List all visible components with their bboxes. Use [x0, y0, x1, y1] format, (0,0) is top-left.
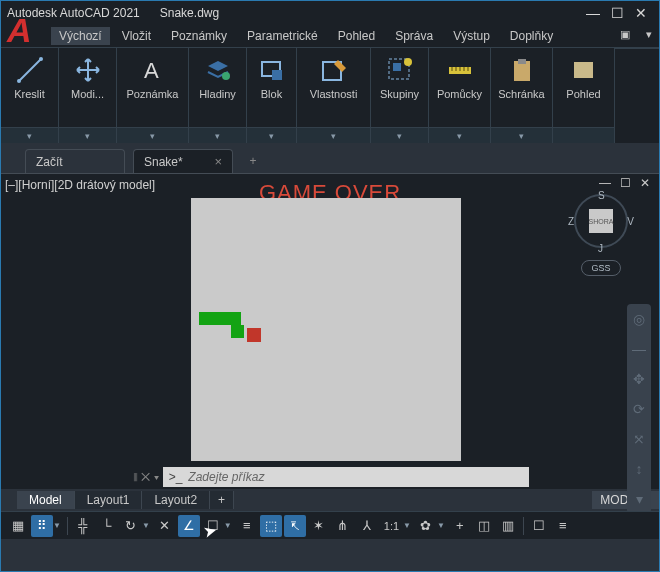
viewport-minimize[interactable]: — — [597, 176, 613, 190]
nav-wheel-icon[interactable]: ◎ — [630, 310, 648, 328]
panel-blok[interactable]: Blok ▾ — [247, 48, 297, 143]
panel-vlastnosti[interactable]: Vlastnosti ▾ — [297, 48, 371, 143]
layout-2[interactable]: Layout2 — [142, 491, 210, 509]
nav-pan-icon[interactable]: ✥ — [630, 370, 648, 388]
status-toggle[interactable]: ╬ — [72, 515, 94, 537]
separator — [67, 517, 68, 535]
status-toggle[interactable]: ▦ — [7, 515, 29, 537]
status-toggle[interactable]: ∠ — [178, 515, 200, 537]
minimize-button[interactable]: — — [581, 3, 605, 23]
clipboard-icon — [506, 54, 538, 86]
panel-label: Skupiny — [372, 88, 426, 100]
dropdown-icon[interactable]: ▼ — [403, 521, 411, 530]
doctab-snake[interactable]: Snake* × — [133, 149, 233, 173]
nav-zoom-icon[interactable]: ↕ — [630, 460, 648, 478]
status-toggle[interactable]: ⬚ — [260, 515, 282, 537]
menu-vlozit[interactable]: Vložit — [114, 27, 159, 45]
nav-look-icon[interactable]: ⤧ — [630, 430, 648, 448]
dropdown-icon[interactable]: ▼ — [224, 521, 232, 530]
menu-pohled[interactable]: Pohled — [330, 27, 383, 45]
dropdown-icon[interactable]: ▼ — [53, 521, 61, 530]
status-toggle[interactable]: ▥ — [497, 515, 519, 537]
layout-add[interactable]: + — [210, 491, 234, 509]
status-toggle[interactable]: ☐ — [202, 515, 224, 537]
doctab-start[interactable]: Začít — [25, 149, 125, 173]
status-toggle[interactable]: ✿ — [415, 515, 437, 537]
panel-dropdown[interactable] — [553, 127, 614, 143]
status-toggle[interactable]: ≡ — [552, 515, 574, 537]
panel-dropdown[interactable]: ▾ — [429, 127, 490, 143]
status-toggle[interactable]: ⠿ — [31, 515, 53, 537]
panel-dropdown[interactable]: ▾ — [1, 127, 58, 143]
panel-pomucky[interactable]: Pomůcky ▾ — [429, 48, 491, 143]
panel-skupiny[interactable]: Skupiny ▾ — [371, 48, 429, 143]
drawing-area[interactable]: [–][Horní][2D drátový model] — ☐ ✕ GAME … — [1, 173, 659, 489]
menu-sprava[interactable]: Správa — [387, 27, 441, 45]
menu-extra-1[interactable]: ▣ — [617, 28, 633, 44]
status-toggle[interactable]: ≡ — [236, 515, 258, 537]
panel-kreslit[interactable]: Kreslit ▾ — [1, 48, 59, 143]
menu-extra-2[interactable]: ▾ — [641, 28, 657, 44]
svg-point-1 — [17, 79, 21, 83]
panel-dropdown[interactable]: ▾ — [297, 127, 370, 143]
viewport-close[interactable]: ✕ — [637, 176, 653, 190]
menu-poznamky[interactable]: Poznámky — [163, 27, 235, 45]
viewcube[interactable]: SHORA S Z V J GSS — [561, 194, 641, 276]
layout-1[interactable]: Layout1 — [75, 491, 143, 509]
maximize-button[interactable]: ☐ — [605, 3, 629, 23]
viewcube-j[interactable]: J — [598, 243, 603, 254]
panel-dropdown[interactable]: ▾ — [59, 127, 116, 143]
close-button[interactable]: ✕ — [629, 3, 653, 23]
status-toggle[interactable]: ⋔ — [332, 515, 354, 537]
status-toggle[interactable]: ☐ — [528, 515, 550, 537]
menu-parametricke[interactable]: Parametrické — [239, 27, 326, 45]
svg-point-4 — [222, 72, 230, 80]
status-bar: ➤ ▦⠿▼╬└↻▼✕∠☐▼≡⬚⭶✶⋔⅄1:1▼✿▼+◫▥☐≡ — [1, 511, 659, 539]
viewcube-s[interactable]: S — [598, 190, 605, 201]
menu-doplnky[interactable]: Doplňky — [502, 27, 561, 45]
layers-icon — [202, 54, 234, 86]
status-toggle[interactable]: ◫ — [473, 515, 495, 537]
command-input[interactable]: >_ Zadejte příkaz — [163, 467, 529, 487]
dropdown-icon[interactable]: ▼ — [437, 521, 445, 530]
snake-body — [231, 325, 244, 338]
panel-dropdown[interactable]: ▾ — [491, 127, 552, 143]
status-toggle[interactable]: └ — [96, 515, 118, 537]
panel-modifikovat[interactable]: Modi... ▾ — [59, 48, 117, 143]
nav-more-icon[interactable]: ▾ — [630, 490, 648, 508]
panel-dropdown[interactable]: ▾ — [189, 127, 246, 143]
panel-dropdown[interactable]: ▾ — [371, 127, 428, 143]
panel-poznamka[interactable]: A Poznámka ▾ — [117, 48, 189, 143]
panel-pohled[interactable]: Pohled — [553, 48, 615, 143]
panel-dropdown[interactable]: ▾ — [117, 127, 188, 143]
command-prompt-icon: >_ — [169, 470, 183, 484]
status-toggle[interactable]: ✶ — [308, 515, 330, 537]
panel-label: Blok — [248, 88, 295, 100]
status-toggle[interactable]: 1:1 — [380, 515, 403, 537]
viewcube-v[interactable]: V — [627, 216, 634, 227]
status-toggle[interactable]: ⭶ — [284, 515, 306, 537]
doctab-close-icon[interactable]: × — [214, 154, 222, 169]
viewcube-z[interactable]: Z — [568, 216, 574, 227]
viewcube-face[interactable]: SHORA — [589, 209, 613, 233]
panel-hladiny[interactable]: Hladiny ▾ — [189, 48, 247, 143]
status-toggle[interactable]: + — [449, 515, 471, 537]
gss-button[interactable]: GSS — [581, 260, 621, 276]
doctab-label: Začít — [36, 155, 63, 169]
viewport-maximize[interactable]: ☐ — [617, 176, 633, 190]
command-handle[interactable]: ⦀ ✕ ▾ — [133, 470, 159, 484]
layout-model[interactable]: Model — [17, 491, 75, 509]
panel-schranka[interactable]: Schránka ▾ — [491, 48, 553, 143]
menu-vystup[interactable]: Výstup — [445, 27, 498, 45]
status-toggle[interactable]: ⅄ — [356, 515, 378, 537]
game-canvas[interactable] — [191, 198, 461, 461]
menu-vychozi[interactable]: Výchozí — [51, 27, 110, 45]
panel-dropdown[interactable]: ▾ — [247, 127, 296, 143]
status-toggle[interactable]: ✕ — [154, 515, 176, 537]
dropdown-icon[interactable]: ▼ — [142, 521, 150, 530]
status-toggle[interactable]: ↻ — [120, 515, 142, 537]
doctab-add[interactable]: + — [241, 149, 265, 173]
viewport-label[interactable]: [–][Horní][2D drátový model] — [5, 178, 155, 192]
app-logo-icon[interactable]: A — [7, 15, 32, 45]
nav-orbit-icon[interactable]: ⟳ — [630, 400, 648, 418]
